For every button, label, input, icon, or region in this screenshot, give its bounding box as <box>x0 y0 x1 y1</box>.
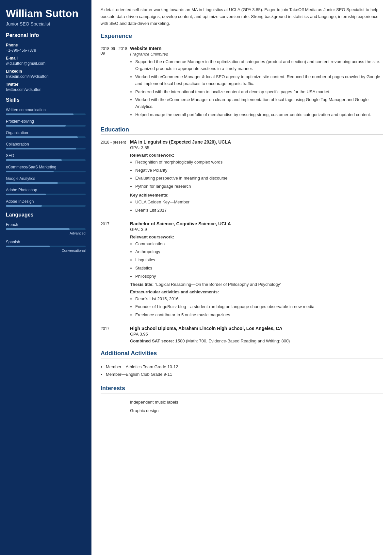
education-date: 2017 <box>101 326 130 343</box>
experience-bullet: Supported the eCommerce Manager in the o… <box>135 59 383 72</box>
skill-item: eCommerce/SaaS Marketing <box>6 165 86 172</box>
sat-label: Combined SAT score: <box>130 338 174 343</box>
skill-name: Adobe InDesign <box>6 199 86 204</box>
experience-bullets: Supported the eCommerce Manager in the o… <box>130 59 383 118</box>
skill-item: Written communication <box>6 108 86 115</box>
skill-bar-fill <box>6 205 42 207</box>
language-item: French Advanced <box>6 222 86 235</box>
skill-name: SEO <box>6 153 86 158</box>
language-bar-bg <box>6 228 86 230</box>
achievements-list: UCLA Golden Key—MemberDean's List 2017 <box>130 199 383 214</box>
interests-section-title: Interests <box>101 385 383 393</box>
summary-text: A detail-oriented self-starter working t… <box>101 7 383 27</box>
skill-name: Adobe Photoshop <box>6 188 86 192</box>
candidate-title: Junior SEO Specialist <box>6 21 86 26</box>
coursework-item: Statistics <box>135 265 383 272</box>
sat-value: 1500 (Math: 700, Evidence-Based Reading … <box>175 338 290 343</box>
skill-bar-fill <box>6 113 74 115</box>
skill-bar-fill <box>6 159 62 161</box>
education-gpa: GPA: 3.9 <box>130 227 383 232</box>
experience-section: Experience 2018-06 - 2018-09 Website Int… <box>101 33 383 119</box>
skill-name: Written communication <box>6 108 86 112</box>
coursework-item: Philosophy <box>135 273 383 280</box>
language-bar-fill <box>6 228 70 230</box>
skill-bar-bg <box>6 148 86 149</box>
experience-content: Website Intern Fragrance Unlimited Suppo… <box>130 46 383 119</box>
achievement-item: UCLA Golden Key—Member <box>135 199 383 206</box>
education-content: High School Diploma, Abraham Lincoln Hig… <box>130 326 383 343</box>
education-content: Bachelor of Science, Cognitive Science, … <box>130 221 383 320</box>
skill-bar-bg <box>6 113 86 115</box>
experience-org: Fragrance Unlimited <box>130 52 383 57</box>
skill-name: Organization <box>6 130 86 135</box>
coursework-item: Anthropology <box>135 249 383 255</box>
language-item: Spanish Conversational <box>6 240 86 252</box>
experience-bullet: Partnered with the international team to… <box>135 89 383 95</box>
skill-bar-bg <box>6 182 86 184</box>
education-content: MA in Linguistics (Expected June 2020), … <box>130 139 383 215</box>
candidate-name: William Sutton <box>6 8 86 19</box>
activity-item: Member—English Club Grade 9-11 <box>106 371 383 378</box>
skill-item: Adobe Photoshop <box>6 188 86 195</box>
experience-title: Website Intern <box>130 46 383 51</box>
sidebar: William Sutton Junior SEO Specialist Per… <box>0 0 91 555</box>
skill-name: Google Analytics <box>6 176 86 181</box>
email-label: E-mail <box>6 56 86 61</box>
education-entry: 2017 Bachelor of Science, Cognitive Scie… <box>101 221 383 320</box>
extra-item: Founder of LingoBuzz blog—a student-run … <box>135 304 383 310</box>
language-bar-fill <box>6 246 50 247</box>
experience-date: 2018-06 - 2018-09 <box>101 46 130 119</box>
personal-info-section-title: Personal Info <box>6 32 86 40</box>
education-entry: 2018 - present MA in Linguistics (Expect… <box>101 139 383 215</box>
achievement-item: Dean's List 2017 <box>135 207 383 214</box>
education-list: 2018 - present MA in Linguistics (Expect… <box>101 139 383 343</box>
phone-label: Phone <box>6 43 86 47</box>
skill-bar-fill <box>6 125 66 127</box>
thesis-label: Thesis title: <box>130 282 154 287</box>
skill-item: Adobe InDesign <box>6 199 86 207</box>
skill-item: Collaboration <box>6 142 86 149</box>
language-bar-bg <box>6 246 86 247</box>
thesis-text: “Logical Reasoning—On the Border of Phil… <box>155 282 281 287</box>
skills-section-title: Skills <box>6 97 86 104</box>
interests-section: Interests Independent music labelsGraphi… <box>101 385 383 415</box>
skill-item: Organization <box>6 130 86 138</box>
education-gpa: GPA 3.95 <box>130 332 383 337</box>
coursework-list: CommunicationAnthropologyLinguisticsStat… <box>130 241 383 280</box>
sat-line: Combined SAT score: 1500 (Math: 700, Evi… <box>130 338 383 343</box>
education-section: Education 2018 - present MA in Linguisti… <box>101 126 383 343</box>
skill-bar-fill <box>6 148 76 149</box>
education-section-title: Education <box>101 126 383 135</box>
experience-list: 2018-06 - 2018-09 Website Intern Fragran… <box>101 46 383 119</box>
coursework-item: Communication <box>135 241 383 248</box>
skill-item: Problem-solving <box>6 119 86 127</box>
email-value: w.d.sutton@gmail.com <box>6 61 86 66</box>
education-entry: 2017 High School Diploma, Abraham Lincol… <box>101 326 383 343</box>
twitter-value: twitter.com/wdsutton <box>6 87 86 92</box>
language-name: Spanish <box>6 240 86 244</box>
extra-label: Extracurricular activities and achieveme… <box>130 289 383 294</box>
experience-bullet: Worked with the eCommerce Manager on cle… <box>135 96 383 110</box>
skill-bar-bg <box>6 159 86 161</box>
skill-bar-fill <box>6 182 58 184</box>
experience-bullet: Helped manage the overall portfolio of m… <box>135 112 383 118</box>
skill-name: Collaboration <box>6 142 86 147</box>
interest-item: Graphic design <box>101 407 383 415</box>
skill-bar-bg <box>6 125 86 127</box>
twitter-label: Twitter <box>6 82 86 87</box>
skill-bar-bg <box>6 136 86 138</box>
skill-bar-bg <box>6 194 86 195</box>
coursework-label: Relevant coursework: <box>130 234 383 239</box>
languages-list: French Advanced Spanish Conversational <box>6 222 86 252</box>
language-name: French <box>6 222 86 227</box>
language-level: Advanced <box>6 231 86 235</box>
skills-list: Written communication Problem-solving Or… <box>6 108 86 207</box>
phone-value: +1-799-456-7878 <box>6 48 86 53</box>
coursework-item: Python for language research <box>135 183 383 190</box>
extra-item: Freelance contributor to 5 online music … <box>135 312 383 319</box>
skill-bar-fill <box>6 136 78 138</box>
coursework-item: Linguistics <box>135 257 383 264</box>
skill-name: Problem-solving <box>6 119 86 124</box>
education-gpa: GPA: 3.85 <box>130 145 383 150</box>
skill-bar-bg <box>6 171 86 172</box>
